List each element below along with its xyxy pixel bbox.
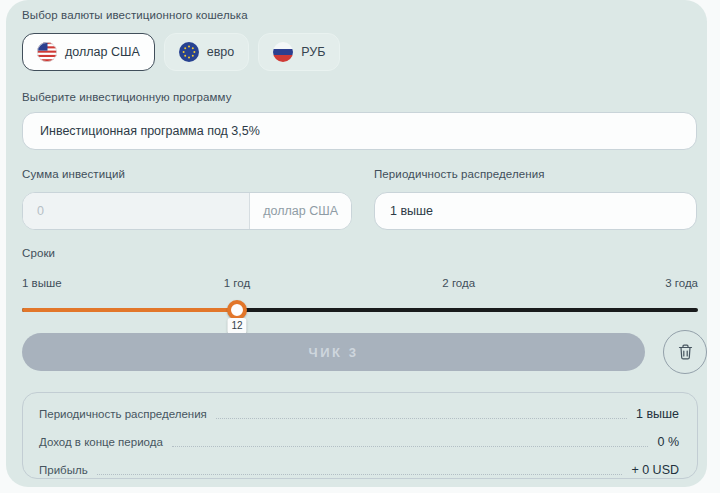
term-tick: 1 выше bbox=[22, 277, 62, 289]
period-select-value: 1 выше bbox=[390, 204, 433, 218]
submit-button[interactable]: ЧИК 3 bbox=[22, 333, 645, 371]
currency-option-label: доллар США bbox=[65, 45, 140, 59]
summary-row: Прибыль + 0 USD bbox=[39, 456, 679, 484]
period-label: Периодичность распределения bbox=[374, 168, 545, 180]
trash-icon bbox=[677, 343, 694, 361]
term-slider-ticks: 1 выше 1 год 2 года 3 года bbox=[22, 277, 698, 291]
calculator-panel: Выбор валюты ивестиционного кошелька bbox=[6, 0, 707, 487]
slider-value-badge: 12 bbox=[227, 318, 246, 334]
program-select-value: Инвестиционная программа под 3,5% bbox=[40, 124, 260, 138]
currency-section-label: Выбор валюты ивестиционного кошелька bbox=[22, 9, 248, 21]
period-select[interactable]: 1 выше bbox=[374, 192, 697, 230]
summary-row-label: Доход в конце периода bbox=[39, 436, 163, 448]
currency-option-label: евро bbox=[207, 45, 235, 59]
dotted-leader bbox=[216, 410, 627, 419]
summary-row-value: 0 % bbox=[657, 435, 679, 449]
term-label: Сроки bbox=[22, 247, 55, 259]
currency-option-rub[interactable]: РУБ bbox=[258, 33, 340, 71]
term-slider: 1 выше 1 год 2 года 3 года 12 bbox=[22, 277, 698, 333]
program-select[interactable]: Инвестиционная программа под 3,5% bbox=[22, 112, 697, 150]
summary-row-label: Прибыль bbox=[39, 464, 88, 476]
amount-currency-suffix: доллар США bbox=[249, 193, 351, 229]
eu-flag-icon bbox=[179, 42, 199, 62]
currency-option-usd[interactable]: доллар США bbox=[22, 33, 155, 71]
amount-label: Сумма инвестиций bbox=[22, 168, 125, 180]
program-section-label: Выберите инвестиционную программу bbox=[22, 91, 232, 103]
us-flag-icon bbox=[37, 42, 57, 62]
summary-row: Доход в конце периода 0 % bbox=[39, 428, 679, 456]
term-tick: 1 год bbox=[224, 277, 250, 289]
summary-row: Периодичность распределения 1 выше bbox=[39, 400, 679, 428]
term-tick: 3 года bbox=[665, 277, 698, 289]
term-tick: 2 года bbox=[442, 277, 475, 289]
dotted-leader bbox=[97, 466, 623, 475]
investment-calculator-screen: Выбор валюты ивестиционного кошелька bbox=[0, 0, 720, 493]
amount-input[interactable] bbox=[23, 193, 249, 229]
reset-button[interactable] bbox=[663, 330, 707, 374]
currency-option-eur[interactable]: евро bbox=[164, 33, 250, 71]
summary-row-value: + 0 USD bbox=[631, 463, 679, 477]
term-slider-track[interactable] bbox=[22, 308, 698, 312]
amount-field: доллар США bbox=[22, 192, 352, 230]
ru-flag-icon bbox=[273, 42, 293, 62]
dotted-leader bbox=[172, 438, 649, 447]
term-slider-fill bbox=[22, 308, 237, 312]
summary-row-label: Периодичность распределения bbox=[39, 408, 207, 420]
currency-option-label: РУБ bbox=[301, 45, 325, 59]
summary-row-value: 1 выше bbox=[636, 407, 679, 421]
currency-options: доллар США евро bbox=[22, 33, 340, 71]
summary-card: Периодичность распределения 1 выше Доход… bbox=[22, 392, 698, 479]
slider-handle[interactable] bbox=[227, 300, 247, 320]
